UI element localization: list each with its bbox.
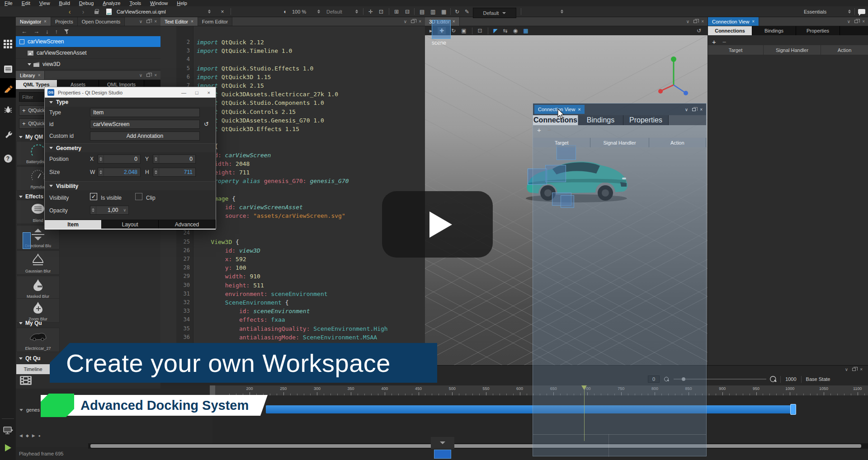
local-global-icon[interactable]: ⇆ — [503, 28, 508, 34]
menu-item-window[interactable]: Window — [150, 0, 168, 6]
dialog-title-bar[interactable]: DS Properties - Qt Design Studio — □ × — [45, 87, 216, 98]
properties-dialog[interactable]: DS Properties - Qt Design Studio — □ × T… — [44, 87, 216, 229]
design-pencil-icon[interactable] — [0, 78, 16, 98]
section-geometry[interactable]: Geometry — [45, 143, 216, 152]
play-circle-icon[interactable]: ◖ — [281, 6, 288, 17]
section-type[interactable]: Type — [45, 98, 216, 107]
tab-navigator[interactable]: Navigator× — [16, 17, 51, 26]
column-header-target[interactable]: Target — [708, 45, 764, 55]
library-section-my-qu[interactable]: My Qu — [19, 320, 42, 326]
tab-open-documents[interactable]: Open Documents — [78, 17, 125, 26]
menu-item-file[interactable]: File — [5, 0, 13, 6]
grid-toggle-icon[interactable]: ▦ — [523, 28, 528, 34]
zoom-in-icon[interactable] — [770, 376, 777, 383]
x-stepper[interactable]: 0 — [98, 155, 141, 164]
close-icon[interactable]: × — [208, 90, 210, 95]
timeline-end-frame[interactable]: 1000 — [785, 376, 796, 382]
tab-bindings[interactable]: Bindings — [752, 26, 796, 35]
library-item-gaussian-blur[interactable]: Gaussian Blur — [16, 250, 60, 275]
menu-item-tools[interactable]: Tools — [129, 0, 141, 6]
timeline-scrollbar[interactable] — [88, 443, 868, 449]
base-state-button[interactable]: Base State — [806, 376, 830, 382]
column-header-target[interactable]: Target — [533, 138, 590, 147]
tab-projects[interactable]: Projects — [51, 17, 78, 26]
live-preview-monitor-icon[interactable] — [0, 423, 16, 438]
height-stepper[interactable]: 711 — [153, 168, 196, 177]
move-left-icon[interactable]: ← — [21, 28, 27, 35]
library-section-qt-qu[interactable]: Qt Qu — [19, 355, 40, 361]
zoom-spinner[interactable] — [317, 6, 320, 17]
tab-connection-view[interactable]: Connection View× — [708, 17, 759, 26]
projects-wrench-icon[interactable] — [0, 127, 16, 142]
reset-view-icon[interactable]: ↺ — [697, 28, 708, 34]
remove-connection-button[interactable]: − — [547, 126, 552, 134]
timeline-blue-handle[interactable] — [434, 450, 451, 459]
forward-button[interactable]: › — [80, 6, 87, 17]
annotation-icon[interactable]: ✛ — [368, 6, 373, 17]
column-view-icon[interactable]: ▥ — [430, 6, 435, 17]
bounding-rect-icon[interactable]: ⊡ — [379, 6, 383, 17]
reset-icon[interactable]: ↺ — [204, 121, 209, 127]
keyframe-diamond-icon[interactable]: ◆ — [26, 433, 29, 438]
column-header-action[interactable]: Action — [649, 138, 706, 147]
section-visibility[interactable]: Visibility — [45, 181, 216, 190]
menu-item-build[interactable]: Build — [59, 0, 70, 6]
tab-connections[interactable]: Connections — [533, 115, 578, 125]
grid-view-icon[interactable]: ▦ — [441, 6, 446, 17]
document-title[interactable]: CarViewScreen.ui.qml — [117, 6, 166, 17]
maximize-icon[interactable]: □ — [195, 90, 198, 95]
feedback-bubble-icon[interactable] — [858, 6, 865, 17]
floating-panel-tools[interactable]: ∨× — [681, 107, 706, 112]
edit-document-icon[interactable] — [0, 61, 16, 77]
film-icon[interactable] — [20, 376, 32, 387]
connection-view-panel-tools[interactable]: ∨× — [844, 17, 868, 26]
welcome-grid-icon[interactable] — [0, 36, 16, 52]
timeline-panel-tools[interactable]: ∨× — [841, 367, 866, 372]
add-annotation-button[interactable]: Add Annotation — [90, 131, 200, 141]
menu-item-debug[interactable]: Debug — [79, 0, 94, 6]
cone-light-icon[interactable]: ◤ — [494, 28, 498, 34]
menu-item-view[interactable]: View — [39, 0, 50, 6]
ruler-handle[interactable] — [210, 385, 215, 395]
navigator-panel-tools[interactable]: ∨× — [136, 17, 160, 26]
collapse-timeline-button[interactable] — [431, 437, 454, 449]
3d-editor-panel-tools[interactable]: ∨× — [683, 17, 708, 26]
run-debug-play-icon[interactable] — [0, 456, 16, 460]
menu-item-edit[interactable]: Edit — [22, 0, 30, 6]
next-keyframe-icon[interactable]: ▶ — [32, 433, 35, 438]
list-view-icon[interactable]: ▤ — [420, 6, 425, 17]
menu-item-help[interactable]: Help — [177, 0, 187, 6]
border-add-icon[interactable]: ⊟ — [405, 6, 410, 17]
minimize-icon[interactable]: — — [181, 90, 186, 95]
tab-bindings[interactable]: Bindings — [578, 115, 623, 125]
is-visible-checkbox[interactable]: ✓ — [90, 193, 97, 200]
opacity-stepper[interactable]: 1,00∨ — [90, 206, 129, 215]
timeline-track-bar[interactable] — [266, 405, 794, 413]
library-item-masked-blur[interactable]: Masked Blur — [16, 276, 60, 300]
run-play-icon[interactable] — [0, 440, 16, 455]
refresh-icon[interactable]: ↻ — [455, 6, 459, 17]
library-section-my-qm[interactable]: My QM — [19, 134, 43, 140]
filter-funnel-icon[interactable] — [64, 29, 69, 34]
type-field[interactable]: Item — [90, 108, 200, 117]
clip-checkbox[interactable] — [135, 193, 142, 200]
tab-text-editor[interactable]: Text Editor× — [160, 17, 198, 26]
expander-icon[interactable] — [19, 409, 23, 411]
tree-item-view3D[interactable]: view3D — [16, 59, 160, 70]
light-bulb-icon[interactable]: ◉ — [513, 28, 518, 34]
axis-gizmo[interactable] — [656, 53, 692, 96]
tab-connections[interactable]: Connections — [708, 26, 752, 35]
help-icon[interactable]: ? — [0, 151, 16, 166]
menu-item-analyze[interactable]: Analyze — [103, 0, 120, 6]
record-dot-icon[interactable]: ● — [38, 434, 41, 438]
sidebar-spinner[interactable] — [848, 6, 851, 17]
dialog-tab-layout[interactable]: Layout — [102, 220, 159, 229]
style-select[interactable]: Default — [473, 8, 516, 18]
close-document-icon[interactable]: × — [220, 6, 225, 17]
move-right-icon[interactable]: → — [33, 28, 39, 35]
tab-properties[interactable]: Properties — [796, 26, 840, 35]
move-down-icon[interactable]: ↓ — [46, 28, 49, 35]
rotate-tool-icon[interactable]: ↻ — [451, 28, 456, 34]
add-connection-button[interactable]: + — [537, 126, 541, 134]
remove-connection-button[interactable]: − — [722, 38, 726, 46]
